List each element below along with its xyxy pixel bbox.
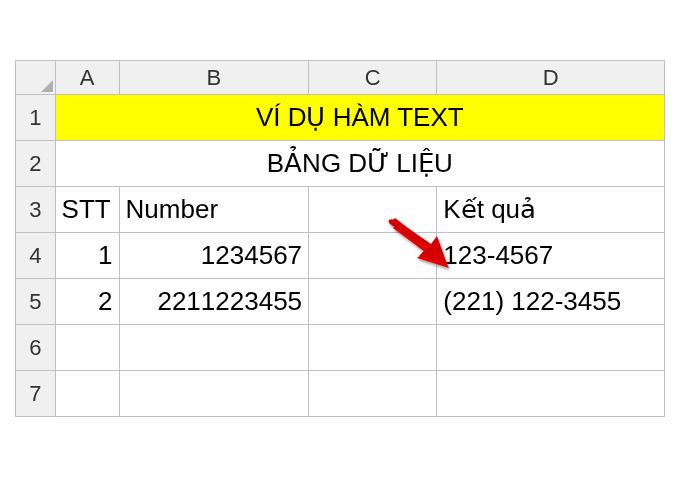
cell-a6[interactable] [55,325,119,371]
cell-c3[interactable] [309,187,437,233]
cell-number-1[interactable]: 1234567 [119,233,309,279]
cell-b6[interactable] [119,325,309,371]
cell-c6[interactable] [309,325,437,371]
row-header-1[interactable]: 1 [16,95,56,141]
row-header-2[interactable]: 2 [16,141,56,187]
cell-stt-2[interactable]: 2 [55,279,119,325]
cell-c5[interactable] [309,279,437,325]
header-stt[interactable]: STT [55,187,119,233]
cell-result-2[interactable]: (221) 122-3455 [437,279,665,325]
cell-c4[interactable] [309,233,437,279]
spreadsheet-grid[interactable]: A B C D 1 VÍ DỤ HÀM TEXT 2 BẢNG DỮ LIỆU … [15,60,665,417]
cell-a7[interactable] [55,371,119,417]
title-cell[interactable]: VÍ DỤ HÀM TEXT [55,95,664,141]
row-header-3[interactable]: 3 [16,187,56,233]
cell-d7[interactable] [437,371,665,417]
cell-number-2[interactable]: 2211223455 [119,279,309,325]
header-result[interactable]: Kết quả [437,187,665,233]
col-header-c[interactable]: C [309,61,437,95]
row-header-4[interactable]: 4 [16,233,56,279]
cell-d6[interactable] [437,325,665,371]
row-header-5[interactable]: 5 [16,279,56,325]
cell-c7[interactable] [309,371,437,417]
select-all-corner[interactable] [16,61,56,95]
row-header-6[interactable]: 6 [16,325,56,371]
col-header-a[interactable]: A [55,61,119,95]
cell-b7[interactable] [119,371,309,417]
cell-stt-1[interactable]: 1 [55,233,119,279]
row-header-7[interactable]: 7 [16,371,56,417]
cell-result-1[interactable]: 123-4567 [437,233,665,279]
col-header-b[interactable]: B [119,61,309,95]
col-header-d[interactable]: D [437,61,665,95]
header-number[interactable]: Number [119,187,309,233]
subtitle-cell[interactable]: BẢNG DỮ LIỆU [55,141,664,187]
